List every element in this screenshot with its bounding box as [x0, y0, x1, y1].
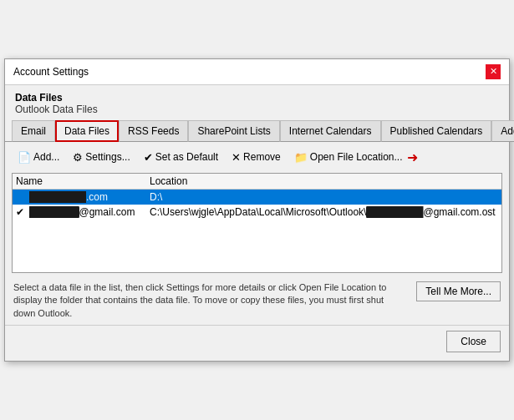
tab-email[interactable]: Email — [12, 120, 55, 142]
open-file-label: Open File Location... — [310, 151, 403, 163]
close-dialog-button[interactable]: Close — [446, 331, 501, 352]
set-default-label: Set as Default — [155, 151, 218, 163]
tab-sharepoint-lists[interactable]: SharePoint Lists — [188, 120, 279, 142]
list-header: Name Location — [13, 174, 501, 190]
section-header: Data Files Outlook Data Files — [5, 85, 509, 117]
data-files-list: Name Location ████████.com D:\ ✔ ███████… — [12, 173, 502, 273]
section-subtitle: Outlook Data Files — [15, 104, 499, 115]
section-title: Data Files — [15, 92, 499, 104]
add-button[interactable]: 📄 Add... — [12, 148, 65, 167]
footer-section: Select a data file in the list, then cli… — [5, 273, 509, 325]
tabs-bar: Email Data Files RSS Feeds SharePoint Li… — [5, 120, 509, 142]
footer-description: Select a data file in the list, then cli… — [13, 281, 408, 320]
tell-me-more-button[interactable]: Tell Me More... — [416, 281, 501, 301]
table-row[interactable]: ████████.com D:\ — [13, 190, 501, 205]
row-name: ████████.com — [29, 191, 150, 203]
row-check-icon: ✔ — [16, 206, 29, 218]
row-location: D:\ — [150, 191, 498, 203]
settings-button[interactable]: ⚙ Settings... — [67, 148, 135, 167]
toolbar: 📄 Add... ⚙ Settings... ✔ Set as Default … — [5, 142, 509, 173]
row-name: ███████@gmail.com — [29, 206, 150, 218]
arrow-icon: ➜ — [407, 149, 418, 165]
table-row[interactable]: ✔ ███████@gmail.com C:\Users\wjgle\AppDa… — [13, 205, 501, 220]
window-close-button[interactable]: ✕ — [486, 64, 501, 79]
set-default-button[interactable]: ✔ Set as Default — [138, 148, 224, 167]
account-settings-dialog: Account Settings ✕ Data Files Outlook Da… — [4, 58, 510, 362]
checkmark-icon: ✔ — [144, 151, 153, 164]
redacted-loc: ████████ — [366, 206, 423, 218]
settings-label: Settings... — [85, 151, 130, 163]
add-icon: 📄 — [18, 151, 31, 164]
folder-icon: 📁 — [294, 151, 308, 164]
add-label: Add... — [33, 151, 59, 163]
tab-published-calendars[interactable]: Published Calendars — [381, 120, 492, 142]
name-column-header: Name — [16, 175, 150, 187]
remove-icon: ✕ — [232, 151, 241, 164]
redacted-name: ███████ — [29, 206, 79, 218]
dialog-title: Account Settings — [13, 66, 89, 78]
row-location: C:\Users\wjgle\AppData\Local\Microsoft\O… — [150, 206, 498, 218]
tab-internet-calendars[interactable]: Internet Calendars — [280, 120, 381, 142]
tab-data-files[interactable]: Data Files — [55, 120, 119, 142]
remove-label: Remove — [243, 151, 281, 163]
location-column-header: Location — [150, 175, 498, 187]
tab-address-books[interactable]: Address Books — [491, 120, 514, 142]
open-file-location-button[interactable]: 📁 Open File Location... ➜ — [288, 146, 424, 169]
redacted-name: ████████ — [29, 191, 86, 203]
title-bar: Account Settings ✕ — [5, 59, 509, 85]
bottom-bar: Close — [5, 325, 509, 361]
settings-icon: ⚙ — [73, 151, 83, 164]
remove-button[interactable]: ✕ Remove — [226, 148, 287, 167]
tab-rss-feeds[interactable]: RSS Feeds — [119, 120, 188, 142]
